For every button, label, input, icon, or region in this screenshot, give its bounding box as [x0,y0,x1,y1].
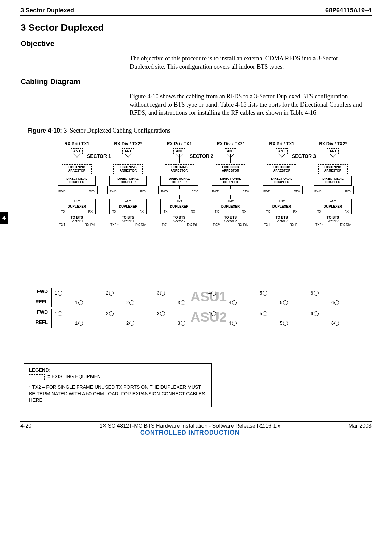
duplexer: ANTDUPLEXERTXRX [263,199,300,214]
col-top-label: RX Div / TX2* [208,141,253,146]
asu2-fwd-label: FWD [27,309,48,315]
antenna-column-4: RX Div / TX2*ANTLIGHTNINGARRESTORDIRECTI… [208,141,253,227]
antenna-icon [74,154,80,163]
objective-heading: Objective [20,39,372,48]
figure-caption: Figure 4-10: 3–Sector Duplexed Cabling C… [27,127,372,134]
objective-text: The objective of this procedure is to in… [130,54,362,71]
to-bts: TO BTSSector 2TX2*RX Div [212,216,249,227]
lightning-arrestor: LIGHTNINGARRESTOR [267,164,296,174]
coupler-ports: FWDREV [312,186,354,194]
antenna-icon [176,154,182,163]
antenna-icon [279,154,285,163]
duplexer: ANTDUPLEXERTXRX [109,199,147,214]
directional-coupler: DIRECTIONALCOUPLER [160,176,198,186]
header-left: 3 Sector Duplexed [20,7,74,14]
lightning-arrestor: LIGHTNINGARRESTOR [216,164,245,174]
lightning-arrestor: LIGHTNINGARRESTOR [113,164,143,174]
antenna-column-5: RX Pri / TX1ANTLIGHTNINGARRESTORDIRECTIO… [260,141,304,227]
sector-divider-2 [256,288,256,327]
directional-coupler: DIRECTIONALCOUPLER [263,176,300,186]
to-bts: TO BTSSector 3TX1RX Pri [263,216,300,227]
header-right: 68P64115A19–4 [325,7,372,14]
footer-controlled: CONTROLLED INTRODUCTION [100,429,280,436]
antenna-icon [227,154,234,163]
antenna-icon [330,154,336,163]
figure-caption-text: 3–Sector Duplexed Cabling Configurations [64,127,170,134]
page-title: 3 Sector Duplexed [20,22,372,33]
cabling-heading: Cabling Diagram [20,77,372,86]
directional-coupler: DIRECTIONALCOUPLER [109,176,147,186]
directional-coupler: DIRECTIONALCOUPLER [314,176,352,186]
asu1-refl-label: REFL [27,299,48,304]
directional-coupler: DIRECTIONALCOUPLER [58,176,96,186]
coupler-ports: FWDREV [261,186,303,194]
coupler-ports: FWDREV [56,186,98,194]
duplexer: ANTDUPLEXERTXRX [212,199,249,214]
cabling-text: Figure 4-10 shows the cabling from an RF… [130,92,362,117]
antenna-icon [125,154,131,163]
asu1-fwd-label: FWD [27,289,48,294]
coupler-ports: FWDREV [158,186,200,194]
footer-title: 1X SC 4812T-MC BTS Hardware Installation… [100,423,280,429]
antenna-column-6: RX Div / TX2*ANTLIGHTNINGARRESTORDIRECTI… [311,141,355,227]
cabling-diagram: SECTOR 1 SECTOR 2 SECTOR 3 RX Pri / TX1A… [27,141,376,353]
footer-date: Mar 2003 [348,423,372,429]
duplexer: ANTDUPLEXERTXRX [314,199,352,214]
directional-coupler: DIRECTIONALCOUPLER [212,176,249,186]
lightning-arrestor: LIGHTNINGARRESTOR [165,164,194,174]
to-bts: TO BTSSector 1TX1RX Pri [58,216,95,227]
legend-existing: = EXISTING EQUIPMENT [47,374,104,379]
antenna-column-2: RX Div / TX2*ANTLIGHTNINGARRESTORDIRECTI… [106,141,150,227]
duplexer: ANTDUPLEXERTXRX [58,199,96,214]
sector-divider-1 [154,288,154,327]
footer-page: 4-20 [20,423,31,429]
col-top-label: RX Pri / TX1 [260,141,304,146]
chapter-tab: 4 [0,212,8,224]
col-top-label: RX Div / TX2* [106,141,150,146]
col-top-label: RX Pri / TX1 [55,141,99,146]
legend-note: * TX2 – FOR SINGLE FRAME UNUSED TX PORTS… [29,384,205,403]
legend-dashed-icon [29,374,45,380]
duplexer: ANTDUPLEXERTXRX [160,199,198,214]
to-bts: TO BTSSector 2TX1RX Pri [161,216,198,227]
col-top-label: RX Pri / TX1 [157,141,201,146]
coupler-ports: FWDREV [210,186,251,194]
asu2-refl-label: REFL [27,319,48,325]
col-top-label: RX Div / TX2* [311,141,355,146]
to-bts: TO BTSSector 1TX2 *RX Div [110,216,146,227]
legend-title: LEGEND: [29,367,51,373]
antenna-column-3: RX Pri / TX1ANTLIGHTNINGARRESTORDIRECTIO… [157,141,201,227]
figure-label: Figure 4-10: [27,127,62,134]
coupler-ports: FWDREV [107,186,149,194]
antenna-column-1: RX Pri / TX1ANTLIGHTNINGARRESTORDIRECTIO… [55,141,99,227]
to-bts: TO BTSSector 3TX2*RX Div [314,216,351,227]
lightning-arrestor: LIGHTNINGARRESTOR [62,164,92,174]
legend-box: LEGEND: = EXISTING EQUIPMENT * TX2 – FOR… [24,363,212,407]
lightning-arrestor: LIGHTNINGARRESTOR [318,164,348,174]
